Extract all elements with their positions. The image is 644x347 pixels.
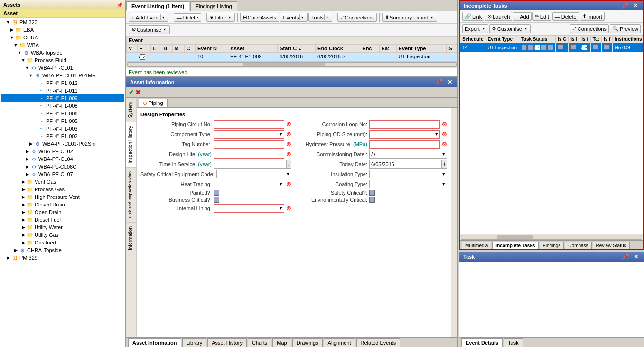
tree-item-pf4-f1-009[interactable]: ~ PF-4''-F1-009 (1, 94, 124, 102)
bottom-tab-charts[interactable]: Charts (248, 338, 271, 347)
cb-isf[interactable]: ✓ (534, 45, 540, 50)
tree-item-pm329[interactable]: ▶ ⊞ PM 329 (1, 254, 124, 262)
expand-pf4-f1-006[interactable] (32, 111, 37, 116)
hydrotest-input[interactable] (369, 140, 440, 149)
insulation-type-dropdown[interactable]: ▾ (369, 170, 447, 178)
events-button[interactable]: Events ▾ (280, 13, 308, 22)
bottom-tab-drawings[interactable]: Drawings (292, 338, 323, 347)
bottom-tab-asset-history[interactable]: Asset History (207, 338, 247, 347)
side-tab-system[interactable]: System (126, 98, 136, 122)
events-arrow[interactable]: ▾ (299, 14, 305, 20)
expand-gas-inert[interactable]: ▶ (20, 240, 26, 245)
tree-item-high-pressure-vent[interactable]: ▶ 📁 High Pressure Vent (1, 193, 124, 201)
today-date-func-btn[interactable]: f (442, 160, 447, 169)
event-table-scrollbar[interactable] (126, 61, 457, 68)
task-panel-close[interactable]: ✕ (632, 253, 640, 260)
tree-item-wba-pf-cl01[interactable]: ▼ ⚙ WBA-PF-CL01 (1, 64, 124, 72)
tcol-event-type[interactable]: Event Type (485, 36, 519, 43)
tree-item-pf4-f1-008[interactable]: ~ PF-4''-F1-008 (1, 102, 124, 110)
expand-wba-pl-cl07[interactable]: ▶ (24, 172, 30, 177)
col-asset[interactable]: Asset (228, 45, 277, 53)
rbt-findings[interactable]: Findings (540, 242, 564, 249)
tree-item-eba[interactable]: ▶ 📁 EBA (1, 26, 124, 34)
time-in-service-input[interactable] (214, 160, 286, 169)
it-delete-btn[interactable]: — Delete (552, 12, 579, 21)
tree-item-wba-pf-cl01-p02sm[interactable]: ▶ ⚙ WBA-PF-CL01-P02Sm (1, 140, 124, 148)
col-m[interactable]: M (172, 45, 184, 53)
task-panel-pin[interactable]: 📌 (620, 253, 630, 260)
tools-arrow[interactable]: ▾ (324, 14, 329, 20)
add-event-button[interactable]: + Add Event ▾ (129, 13, 168, 22)
rb-tab-task[interactable]: Task (504, 338, 523, 347)
expand-open-drain[interactable]: ▶ (20, 210, 26, 215)
rbt-review-status[interactable]: Review Status (593, 242, 630, 249)
expand-pf4-f1-002[interactable] (32, 134, 37, 139)
tcol-isi[interactable]: Is I (569, 36, 579, 43)
task-table-row[interactable]: 14 UT Inspection ✓ (460, 43, 644, 52)
tree-item-process-fluid[interactable]: ▼ 📁 Process Fluid (1, 56, 124, 64)
expand-pf4-f1-005[interactable] (32, 119, 37, 123)
tcol-isf[interactable]: Is f (579, 36, 590, 43)
cb-isc[interactable] (521, 45, 527, 50)
expand-chra[interactable]: ▼ (9, 35, 15, 40)
expand-closed-drain[interactable]: ▶ (20, 202, 26, 207)
tcol-isc[interactable]: Is C (555, 36, 568, 43)
commissioning-date-dropdown[interactable]: / /▾ (369, 150, 447, 159)
col-ea[interactable]: Ea: (379, 45, 396, 53)
expand-pm329[interactable]: ▶ (5, 255, 11, 260)
tree-item-wba-pl-cl06c[interactable]: ▶ ⚙ WBA-PL-CL06C (1, 163, 124, 170)
it-export-arrow[interactable]: ▾ (481, 26, 486, 32)
expand-wba-pf-cl04[interactable]: ▶ (24, 157, 30, 161)
tag-number-input[interactable] (214, 140, 284, 149)
col-l[interactable]: L (151, 45, 161, 53)
it-link-btn[interactable]: 🔗 Link (462, 12, 484, 21)
expand-wba-pf-cl01-p01me[interactable]: ▼ (28, 73, 34, 78)
rbt-compass[interactable]: Compass (565, 242, 591, 249)
col-end-clock[interactable]: End Clock (316, 45, 360, 53)
col-f[interactable]: F (137, 45, 151, 53)
event-table-row[interactable]: ✓ 10 PF-4''-F1-009 6/05/2016 6/05/2016 S (127, 53, 457, 61)
tcol-isf2[interactable]: Is f (601, 36, 612, 43)
rb-tab-event-details[interactable]: Event Details (461, 338, 503, 347)
it-export-btn[interactable]: Export ▾ (462, 24, 488, 33)
it-launch-btn[interactable]: ⊙ Launch (485, 12, 512, 21)
expand-wba-pl-cl06c[interactable]: ▶ (24, 164, 30, 169)
tree-item-wba[interactable]: ▼ 📁 WBA (1, 41, 124, 49)
tcol-task-status[interactable]: Task Status (519, 36, 555, 43)
cancel-button[interactable]: ✖ (135, 88, 141, 96)
expand-wba-topside[interactable]: ▼ (17, 50, 22, 55)
assets-panel-pin[interactable]: 📌 (117, 2, 122, 8)
corrosion-loop-input[interactable] (369, 120, 440, 129)
expand-pm323[interactable]: ▼ (5, 20, 11, 25)
side-tab-information[interactable]: Information (126, 222, 136, 254)
bottom-tab-map[interactable]: Map (272, 338, 291, 347)
incomplete-tasks-close[interactable]: ✕ (632, 2, 639, 9)
bottom-tab-alignment[interactable]: Alignment (324, 338, 355, 347)
cb-isc2[interactable] (558, 44, 563, 50)
connections-button[interactable]: ⇌ Connections (337, 13, 377, 22)
tree-item-vent-gas[interactable]: ▶ 📁 Vent Gas (1, 178, 124, 186)
side-tab-risk[interactable]: Risk and Inspection Plan (126, 167, 136, 222)
side-tab-inspection-history[interactable]: Inspection History (126, 122, 136, 167)
ok-button[interactable]: ✔ (129, 88, 134, 96)
expand-pf4-f1-008[interactable] (32, 103, 37, 108)
cb-ta2[interactable] (593, 44, 598, 50)
tcol-ta[interactable]: Ta: (590, 36, 601, 43)
bottom-tab-related-events[interactable]: Related Events (356, 338, 401, 347)
safety-critical-code-dropdown[interactable]: ▾ (216, 170, 291, 178)
rbt-multimedia[interactable]: Multimedia (462, 242, 491, 249)
piping-od-dropdown[interactable]: ▾ (369, 130, 440, 139)
filter-button[interactable]: ▼ Filter ▾ (206, 13, 235, 22)
col-v[interactable]: V (127, 45, 138, 53)
cb-isi[interactable] (528, 45, 533, 50)
it-edit-btn[interactable]: ✏ Edit (532, 12, 551, 21)
rbt-incomplete-tasks[interactable]: Incomplete Tasks (492, 242, 538, 249)
col-b[interactable]: B (161, 45, 172, 53)
tasks-scrollbar[interactable] (460, 234, 643, 240)
asset-info-close-btn[interactable]: ✕ (446, 79, 454, 85)
tree-item-pf4-f1-002[interactable]: ~ PF-4''-F1-002 (1, 132, 124, 140)
safety-critical-checkbox[interactable] (369, 190, 375, 196)
bottom-tab-asset-information[interactable]: Asset Information (128, 338, 181, 347)
coating-type-dropdown[interactable]: ▾ (369, 180, 447, 188)
cb-isf3[interactable] (604, 44, 609, 50)
